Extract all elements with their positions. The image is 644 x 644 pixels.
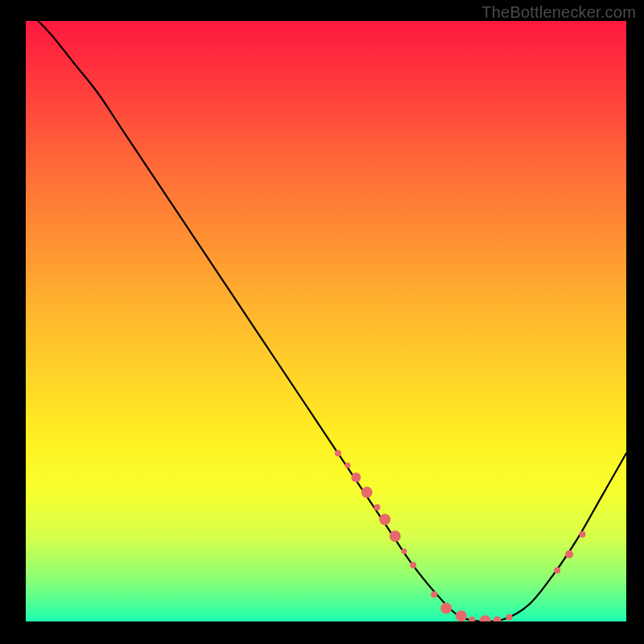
data-marker bbox=[554, 568, 560, 574]
attribution-label: TheBottlenecker.com bbox=[481, 3, 636, 22]
data-marker bbox=[390, 530, 401, 542]
data-marker bbox=[565, 550, 573, 558]
bottleneck-curve bbox=[26, 21, 626, 621]
data-marker bbox=[379, 514, 390, 525]
curve-svg bbox=[26, 21, 626, 621]
data-marker bbox=[361, 487, 373, 498]
data-marker bbox=[345, 463, 350, 469]
data-marker bbox=[351, 473, 361, 482]
data-marker bbox=[410, 562, 416, 568]
data-marker bbox=[469, 617, 475, 621]
data-marker bbox=[480, 615, 491, 621]
markers-group bbox=[335, 450, 586, 621]
data-marker bbox=[456, 610, 467, 621]
data-marker bbox=[374, 504, 380, 510]
plot-gradient-area bbox=[26, 21, 626, 621]
data-marker bbox=[493, 617, 502, 621]
data-marker bbox=[401, 548, 407, 554]
chart-container: TheBottlenecker.com bbox=[0, 0, 644, 644]
data-marker bbox=[506, 614, 513, 621]
data-marker bbox=[440, 603, 452, 614]
data-marker bbox=[335, 450, 341, 456]
data-marker bbox=[431, 591, 437, 597]
data-marker bbox=[580, 531, 586, 538]
